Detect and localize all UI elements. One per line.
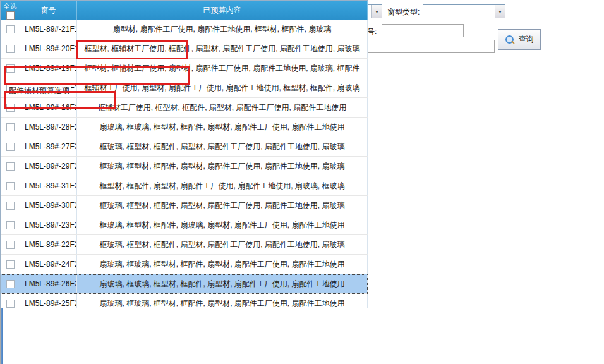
- budget-table-row[interactable]: LM5L-89#-16F15框辅材工厂使用, 框型材, 框配件, 扇型材, 扇配…: [1, 98, 368, 118]
- row-select-cell: [1, 215, 20, 234]
- row-checkbox[interactable]: [6, 260, 15, 269]
- window-no-cell: LM5L-89#-29F27: [20, 157, 77, 176]
- row-select-cell: [1, 39, 20, 58]
- row-select-cell: [1, 59, 20, 78]
- budget-table-row[interactable]: LM5L-89#-20F18框型材, 框辅材工厂使用, 框配件, 扇型材, 扇配…: [1, 39, 368, 59]
- row-checkbox[interactable]: [6, 162, 15, 171]
- row-checkbox[interactable]: [6, 221, 15, 229]
- budgeted-content-cell: 框型材, 框辅材工厂使用, 框配件, 扇型材, 扇配件工厂使用, 扇配件工地使用…: [77, 39, 368, 58]
- budget-table-header: 全选 窗号 已预算内容: [1, 1, 368, 20]
- window-no-cell: LM5L-89#-30F28: [20, 196, 77, 215]
- row-select-cell: [1, 137, 20, 156]
- window-type-label: 窗型类型:: [387, 7, 420, 18]
- row-checkbox[interactable]: [6, 123, 15, 131]
- row-select-cell: [1, 157, 20, 176]
- window-no-cell: LM5L-89#-19F17: [20, 59, 77, 78]
- budget-header-content[interactable]: 已预算内容: [77, 1, 368, 20]
- budget-table-row[interactable]: LM5L-89#-28F26扇玻璃, 框玻璃, 框型材, 框配件, 扇型材, 扇…: [1, 118, 368, 137]
- row-select-cell: [1, 255, 20, 274]
- budget-table-row[interactable]: LM5L-89#-25F23扇玻璃, 框玻璃, 框型材, 框配件, 扇型材, 扇…: [1, 294, 368, 308]
- row-select-cell: [1, 235, 20, 254]
- budgeted-content-cell: 框型材, 框配件, 扇型材, 扇配件工厂使用, 扇配件工地使用, 扇玻璃, 框玻…: [77, 176, 368, 195]
- row-checkbox[interactable]: [6, 182, 15, 190]
- row-select-cell: [1, 20, 20, 39]
- dropdown-button[interactable]: ▼: [495, 5, 505, 18]
- window-no-cell: LM5L-89#-23F21: [20, 215, 77, 234]
- window-no-cell: LM5L-89#-21F19: [20, 20, 77, 39]
- window-no-cell: LM5L-89#-16F15: [20, 98, 77, 117]
- window-no-cell: LM5L-89#-22F20: [20, 235, 77, 254]
- budgeted-content-cell: 框玻璃, 框型材, 框配件, 扇玻璃, 扇型材, 扇配件工厂使用, 扇配件工地使…: [77, 215, 368, 234]
- window-no-cell: LM5L-89#-28F26: [20, 118, 77, 136]
- budgeted-content-cell: 框玻璃, 框型材, 框配件, 扇型材, 扇配件工厂使用, 扇配件工地使用, 扇玻…: [77, 196, 368, 215]
- accessory-options-caption: 配件辅材预算选项: [8, 85, 71, 96]
- row-checkbox[interactable]: [6, 202, 15, 210]
- row-select-cell: [1, 98, 20, 117]
- dropdown-button[interactable]: ▼: [371, 5, 382, 18]
- row-select-cell: [1, 176, 20, 195]
- window-no-cell: LM5L-89#-27F25: [20, 137, 77, 156]
- row-checkbox[interactable]: [6, 25, 15, 33]
- budgeted-content-cell: 框辅材工厂使用, 框型材, 框配件, 扇型材, 扇配件工厂使用, 扇配件工地使用: [77, 98, 368, 117]
- row-checkbox[interactable]: [6, 280, 15, 288]
- row-checkbox[interactable]: [6, 64, 15, 73]
- budget-table-row[interactable]: LM5L-89#-19F17框型材, 框辅材工厂使用, 扇型材, 扇配件工厂使用…: [1, 59, 368, 78]
- chevron-down-icon: ▼: [375, 9, 379, 14]
- budget-table-row[interactable]: LM5L-89#-22F20框玻璃, 框型材, 框配件, 扇型材, 扇配件工厂使…: [1, 235, 368, 255]
- budget-table-row[interactable]: LM5L-89#-26F24扇玻璃, 框玻璃, 框型材, 框配件, 扇型材, 扇…: [1, 274, 368, 294]
- budgeted-content-cell: 扇玻璃, 框玻璃, 框型材, 框配件, 扇型材, 扇配件工厂使用, 扇配件工地使…: [77, 294, 368, 308]
- budgeted-content-cell: 框玻璃, 框型材, 框配件, 扇型材, 扇配件工厂使用, 扇配件工地使用, 扇玻…: [77, 157, 368, 176]
- row-select-cell: [1, 196, 20, 215]
- query-button[interactable]: 查询: [498, 29, 541, 50]
- window-type-value: [423, 5, 495, 18]
- budget-header-window-no[interactable]: 窗号: [20, 1, 77, 20]
- budget-table-row[interactable]: LM5L-89#-30F28框玻璃, 框型材, 框配件, 扇型材, 扇配件工厂使…: [1, 196, 368, 215]
- row-select-cell: [1, 274, 20, 293]
- query-button-label: 查询: [519, 34, 534, 45]
- row-checkbox[interactable]: [6, 241, 15, 249]
- select-all-header-label: 全选: [3, 2, 17, 11]
- budget-table-row[interactable]: LM5L-89#-27F25框玻璃, 框型材, 框配件, 扇型材, 扇配件工厂使…: [1, 137, 368, 157]
- budget-table-row[interactable]: LM5L-89#-24F22扇玻璃, 框玻璃, 框型材, 框配件, 扇型材, 扇…: [1, 255, 368, 274]
- budgeted-content-cell: 框玻璃, 框型材, 框配件, 扇型材, 扇配件工厂使用, 扇配件工地使用, 扇玻…: [77, 235, 368, 254]
- row-checkbox[interactable]: [6, 300, 15, 308]
- window-no-cell: LM5L-89#-20F18: [20, 39, 77, 58]
- window-no-input[interactable]: [382, 24, 464, 37]
- budgeted-content-cell: 扇玻璃, 框玻璃, 框型材, 框配件, 扇型材, 扇配件工厂使用, 扇配件工地使…: [77, 255, 368, 274]
- budgeted-content-cell: 扇玻璃, 框玻璃, 框型材, 框配件, 扇型材, 扇配件工厂使用, 扇配件工地使…: [77, 118, 368, 136]
- select-all-checkbox[interactable]: [6, 11, 15, 20]
- budget-table-body: LM5L-89#-21F19扇型材, 扇配件工厂使用, 扇配件工地使用, 框型材…: [1, 20, 368, 308]
- window-no-cell: LM5L-89#-31F29: [20, 176, 77, 195]
- budget-table-row[interactable]: LM5L-89#-31F29框型材, 框配件, 扇型材, 扇配件工厂使用, 扇配…: [1, 176, 368, 196]
- row-select-cell: [1, 118, 20, 136]
- budgeted-content-cell: 框玻璃, 框型材, 框配件, 扇型材, 扇配件工厂使用, 扇配件工地使用, 扇玻…: [77, 137, 368, 156]
- row-select-cell: [1, 294, 20, 308]
- window-no-cell: LM5L-89#-24F22: [20, 255, 77, 274]
- chevron-down-icon: ▼: [498, 9, 502, 14]
- row-checkbox[interactable]: [6, 45, 15, 53]
- row-checkbox[interactable]: [6, 143, 15, 151]
- search-icon: [505, 35, 514, 44]
- row-checkbox[interactable]: [6, 104, 15, 112]
- budget-table-row[interactable]: LM5L-89#-21F19扇型材, 扇配件工厂使用, 扇配件工地使用, 框型材…: [1, 20, 368, 39]
- window-no-cell: LM5L-89#-26F24: [20, 274, 77, 293]
- budget-table-row[interactable]: LM5L-89#-23F21框玻璃, 框型材, 框配件, 扇玻璃, 扇型材, 扇…: [1, 215, 368, 235]
- window-type-combo[interactable]: ▼: [423, 4, 505, 18]
- budget-table: 全选 窗号 已预算内容 LM5L-89#-21F19扇型材, 扇配件工厂使用, …: [0, 0, 368, 308]
- budget-table-row[interactable]: LM5L-89#-29F27框玻璃, 框型材, 框配件, 扇型材, 扇配件工厂使…: [1, 157, 368, 176]
- budgeted-content-cell: 扇玻璃, 框玻璃, 框型材, 框配件, 扇型材, 扇配件工厂使用, 扇配件工地使…: [77, 274, 368, 293]
- budget-header-select-all: 全选: [1, 1, 20, 20]
- budgeted-content-cell: 框型材, 框辅材工厂使用, 扇型材, 扇配件工厂使用, 扇配件工地使用, 扇玻璃…: [77, 59, 368, 78]
- budgeted-content-cell: 框辅材工厂使用, 扇型材, 扇配件工厂使用, 扇配件工地使用, 框型材, 框配件…: [77, 78, 368, 97]
- window-no-cell: LM5L-89#-25F23: [20, 294, 77, 308]
- budget-optimization-window: 新增 删除 提交 优化方案 采购明细 ▼ ▼ 优化类型 整窗 框 扇 框、扇: [0, 0, 604, 364]
- budgeted-content-cell: 扇型材, 扇配件工厂使用, 扇配件工地使用, 框型材, 框配件, 扇玻璃: [77, 20, 368, 39]
